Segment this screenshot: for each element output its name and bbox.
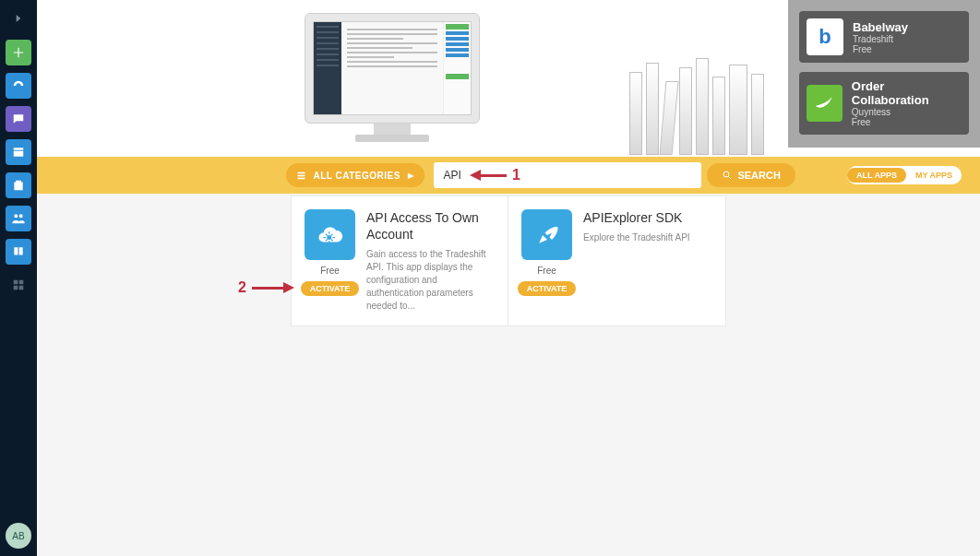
hero-books-illustration	[629, 53, 777, 155]
sidebar: AB	[0, 0, 37, 556]
app-price: Free	[320, 266, 340, 276]
cards-row: Free ACTIVATE API Access To Own Account …	[291, 195, 726, 326]
category-dropdown[interactable]: ☰ ALL CATEGORIES ▶	[286, 163, 424, 187]
svg-point-0	[723, 172, 729, 177]
sidebar-item-contacts[interactable]	[6, 206, 31, 231]
app-title: API Access To Own Account	[366, 209, 495, 243]
app-card-apiexplorer[interactable]: Free ACTIVATE APIExplorer SDK Explore th…	[508, 196, 725, 325]
promo-title: Babelway	[853, 20, 908, 34]
search-button-label: SEARCH	[737, 170, 780, 181]
category-label: ALL CATEGORIES	[314, 171, 400, 181]
order-collab-icon	[807, 85, 843, 122]
chevron-right-icon: ▶	[408, 172, 414, 180]
app-card-api-access[interactable]: Free ACTIVATE API Access To Own Account …	[292, 196, 508, 325]
chevron-right-icon	[12, 12, 25, 25]
avatar[interactable]: AB	[6, 523, 31, 549]
svg-point-1	[327, 235, 331, 240]
rocket-icon	[521, 209, 572, 260]
promo-card-babelway[interactable]: b Babelway Tradeshift Free	[799, 11, 969, 63]
leaf-icon	[813, 92, 835, 114]
promo-panel: b Babelway Tradeshift Free Order Collabo…	[788, 0, 980, 148]
app-title: APIExplorer SDK	[583, 209, 712, 226]
sidebar-item-clipboard[interactable]	[6, 172, 31, 198]
toggle-all-apps[interactable]: ALL APPS	[847, 168, 906, 183]
promo-title: Order Collaboration	[852, 79, 962, 107]
app-price: Free	[537, 266, 556, 276]
clipboard-icon	[12, 179, 25, 192]
list-icon: ☰	[297, 171, 306, 181]
search-bar: ☰ ALL CATEGORIES ▶ SEARCH ALL APPS MY AP…	[37, 157, 980, 194]
results-area: Free ACTIVATE API Access To Own Account …	[37, 194, 980, 326]
sidebar-item-add[interactable]	[6, 40, 31, 65]
babelway-icon: b	[807, 18, 843, 55]
activate-button[interactable]: ACTIVATE	[301, 281, 360, 296]
sidebar-expand-button[interactable]	[5, 5, 32, 32]
toggle-my-apps[interactable]: MY APPS	[906, 168, 962, 183]
promo-price: Free	[853, 44, 908, 54]
promo-card-order-collaboration[interactable]: Order Collaboration Quyntess Free	[799, 72, 969, 135]
search-button[interactable]: SEARCH	[707, 163, 795, 187]
promo-vendor: Quyntess	[852, 107, 962, 117]
grid-icon	[11, 278, 26, 292]
hero-banner: b Babelway Tradeshift Free Order Collabo…	[37, 0, 980, 157]
apps-toggle: ALL APPS MY APPS	[847, 166, 962, 184]
activate-button[interactable]: ACTIVATE	[518, 281, 577, 296]
search-icon	[722, 170, 733, 181]
search-input[interactable]	[443, 169, 692, 182]
sidebar-item-messages[interactable]	[6, 106, 31, 132]
search-input-wrap	[434, 162, 701, 188]
promo-vendor: Tradeshift	[853, 34, 908, 44]
sidebar-item-dashboard[interactable]	[6, 73, 31, 99]
plus-icon	[12, 46, 25, 59]
sidebar-item-apps[interactable]	[6, 272, 31, 298]
people-icon	[11, 211, 26, 226]
archive-icon	[12, 146, 25, 159]
sidebar-item-inbox[interactable]	[6, 139, 31, 165]
book-icon	[12, 245, 25, 258]
sidebar-item-docs[interactable]	[6, 239, 31, 265]
app-description: Explore the Tradeshift API	[583, 231, 712, 244]
chat-icon	[12, 112, 25, 125]
app-description: Gain access to the Tradeshift API. This …	[366, 248, 495, 313]
cloud-icon	[305, 209, 355, 260]
promo-price: Free	[852, 117, 962, 127]
dashboard-icon	[11, 78, 26, 93]
hero-monitor-illustration	[305, 13, 480, 151]
